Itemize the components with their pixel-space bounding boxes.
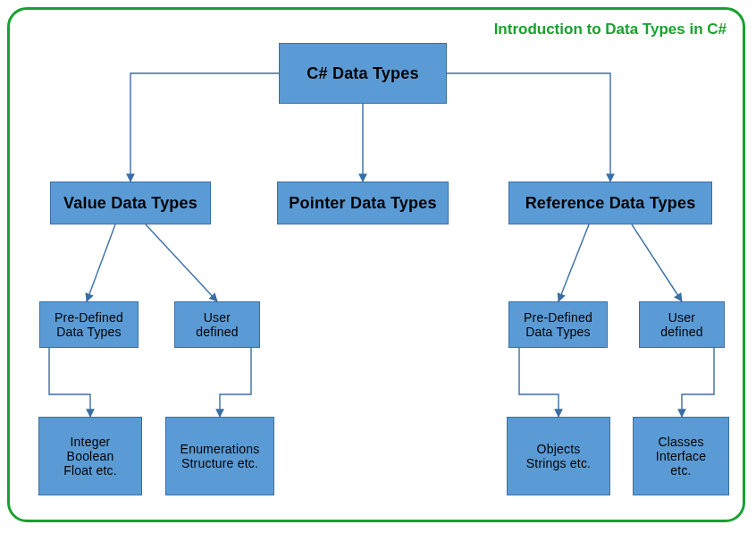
node-reference: Reference Data Types (508, 182, 712, 224)
node-val-user-label: User defined (190, 307, 243, 343)
node-ref-predef: Pre-Defined Data Types (508, 301, 608, 348)
node-ref-predef-ex: Objects Strings etc. (507, 417, 610, 495)
node-val-user-ex-label: Enumerations Structure etc. (175, 438, 265, 474)
node-val-predef-ex: Integer Boolean Float etc. (38, 417, 142, 495)
node-ref-user: User defined (639, 301, 725, 348)
node-root-label: C# Data Types (301, 61, 424, 87)
node-ref-predef-ex-label: Objects Strings etc. (521, 438, 596, 474)
node-ref-predef-label: Pre-Defined Data Types (518, 307, 598, 343)
node-ref-user-ex: Classes Interface etc. (633, 417, 729, 495)
diagram-title: Introduction to Data Types in C# (494, 21, 727, 38)
node-val-user: User defined (174, 301, 260, 348)
node-value-label: Value Data Types (58, 190, 203, 216)
diagram-frame: Introduction to Data Types in C# C# Data… (7, 7, 745, 522)
node-value: Value Data Types (50, 182, 211, 224)
node-ref-user-label: User defined (655, 307, 708, 343)
node-pointer: Pointer Data Types (277, 182, 449, 224)
node-ref-user-ex-label: Classes Interface etc. (651, 431, 711, 481)
node-val-predef: Pre-Defined Data Types (39, 301, 139, 348)
node-val-predef-label: Pre-Defined Data Types (49, 307, 129, 343)
node-pointer-label: Pointer Data Types (283, 190, 441, 216)
node-val-predef-ex-label: Integer Boolean Float etc. (58, 431, 122, 481)
node-val-user-ex: Enumerations Structure etc. (165, 417, 274, 495)
node-root: C# Data Types (279, 43, 447, 104)
node-reference-label: Reference Data Types (520, 190, 701, 216)
